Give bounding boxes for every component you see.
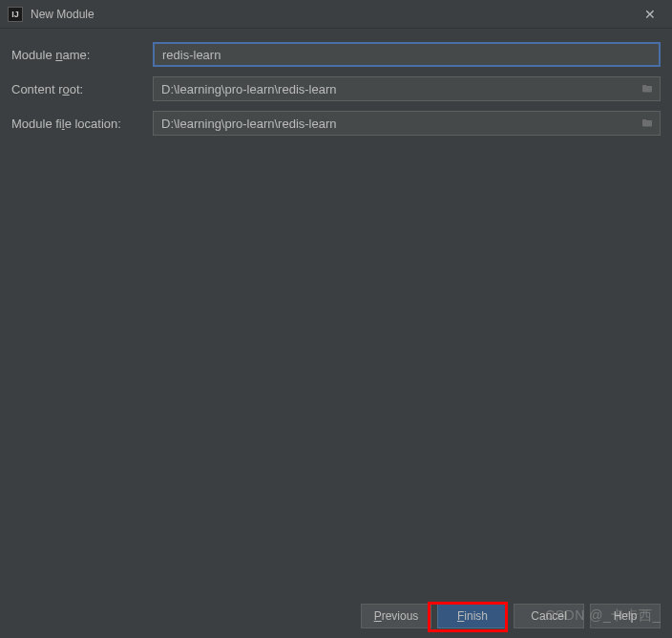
content-root-row: Content root:: [11, 76, 661, 101]
module-file-location-row: Module file location:: [11, 111, 661, 136]
module-name-input[interactable]: [153, 42, 661, 67]
finish-button[interactable]: Finish: [437, 604, 508, 628]
module-name-label: Module name:: [11, 48, 153, 62]
titlebar: IJ New Module ✕: [0, 0, 672, 29]
content-root-label: Content root:: [11, 82, 153, 96]
folder-icon[interactable]: [639, 81, 656, 96]
window-title: New Module: [31, 8, 636, 21]
module-file-location-input-wrap: [153, 111, 661, 136]
content-root-input-wrap: [153, 76, 661, 101]
cancel-button[interactable]: Cancel: [514, 604, 584, 628]
folder-icon[interactable]: [639, 116, 656, 131]
help-button[interactable]: Help: [590, 604, 661, 628]
module-name-row: Module name:: [11, 42, 661, 67]
previous-button[interactable]: Previous: [361, 604, 431, 628]
module-file-location-label: Module file location:: [11, 117, 153, 131]
close-icon[interactable]: ✕: [636, 0, 664, 29]
app-icon: IJ: [8, 7, 23, 22]
form-content: Module name: Content root: Module file l…: [0, 29, 672, 159]
content-root-input[interactable]: [154, 77, 639, 100]
button-bar: Previous Finish Cancel Help: [361, 604, 661, 628]
module-file-location-input[interactable]: [154, 112, 639, 135]
